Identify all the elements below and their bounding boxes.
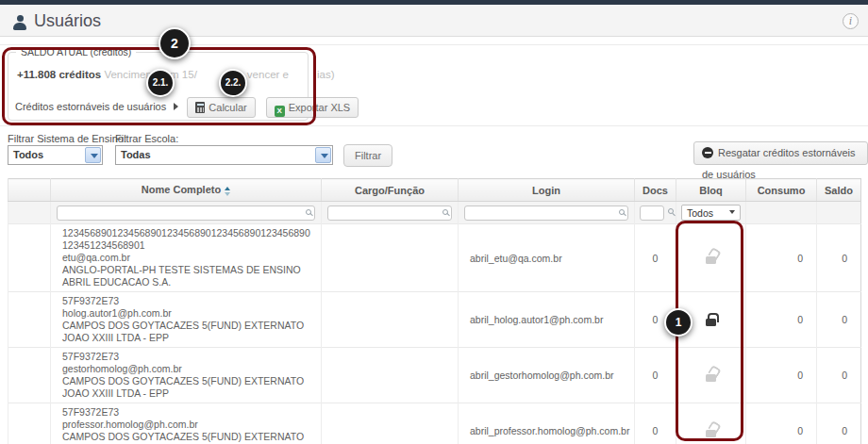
select-cell xyxy=(8,224,51,292)
nome-completo-cell: 1234568901234568901234568901234568901234… xyxy=(51,224,322,292)
table-filter-row: Todos xyxy=(8,202,861,224)
cargo-cell xyxy=(322,224,459,292)
table-row[interactable]: 57F9372E73 professor.homolog@ph.com.br C… xyxy=(8,403,861,444)
saldo-cell: 0 xyxy=(817,292,861,348)
minus-circle-icon xyxy=(702,147,713,158)
saldo-legend: SALDO ATUAL (créditos) xyxy=(16,46,136,58)
bloq-filter-select[interactable]: Todos xyxy=(681,205,741,221)
page-header: Usuários i xyxy=(0,5,868,37)
cargo-cell xyxy=(322,403,459,444)
saldo-cell: 0 xyxy=(817,224,861,292)
escola-select[interactable]: Todas xyxy=(115,145,333,165)
chevron-down-icon xyxy=(315,147,331,163)
sort-icon[interactable] xyxy=(225,187,230,196)
user-email: etu@qa.com.br xyxy=(62,252,315,264)
nome-completo-cell: 57F9372E73 holog.autor1@ph.com.br CAMPOS… xyxy=(51,292,322,348)
user-school: CAMPOS DOS GOYTACAZES 5(FUND) EXTERNATO … xyxy=(62,431,315,444)
search-icon xyxy=(442,209,448,215)
login-cell: abril_holog.autor1@ph.com.br xyxy=(459,292,635,348)
lock-open-icon[interactable] xyxy=(706,430,716,437)
select-cell xyxy=(8,348,51,403)
select-cell xyxy=(8,403,51,444)
consumo-cell: 0 xyxy=(746,292,817,348)
table-row[interactable]: 57F9372E73 holog.autor1@ph.com.br CAMPOS… xyxy=(8,292,861,348)
calcular-button[interactable]: Calcular xyxy=(187,97,255,118)
col-header-login[interactable]: Login xyxy=(459,179,635,202)
user-email: professor.homolog@ph.com.br xyxy=(62,419,315,431)
lock-open-icon[interactable] xyxy=(706,374,716,382)
chevron-down-icon xyxy=(85,147,101,163)
select-column-header xyxy=(8,179,51,202)
user-email: holog.autor1@ph.com.br xyxy=(62,307,315,320)
select-cell xyxy=(8,292,51,348)
chevron-down-icon xyxy=(729,210,735,214)
page-title: Usuários xyxy=(34,11,101,31)
search-icon xyxy=(619,209,625,215)
table-row[interactable]: 1234568901234568901234568901234568901234… xyxy=(8,224,861,292)
col-header-bloq[interactable]: Bloq xyxy=(676,179,746,202)
bloq-cell[interactable] xyxy=(676,224,746,292)
login-filter-input[interactable] xyxy=(464,206,628,221)
col-header-cargo[interactable]: Cargo/Função xyxy=(322,179,459,202)
excel-icon: X xyxy=(275,106,285,117)
calculator-icon xyxy=(195,102,205,113)
consumo-cell: 0 xyxy=(746,224,817,292)
consumo-cell: 0 xyxy=(746,348,817,403)
lock-open-icon[interactable] xyxy=(706,256,716,264)
user-code: 57F9372E73 xyxy=(62,295,315,307)
docs-cell: 0 xyxy=(635,403,676,444)
bloq-cell[interactable] xyxy=(676,403,746,444)
bloq-cell[interactable] xyxy=(676,348,746,403)
callout-badge-2-1: 2.1. xyxy=(146,69,175,97)
nome-completo-cell: 57F9372E73 gestorhomolog@ph.com.br CAMPO… xyxy=(51,348,322,403)
search-icon xyxy=(306,209,311,215)
divider xyxy=(0,44,868,45)
table-row[interactable]: 57F9372E73 gestorhomolog@ph.com.br CAMPO… xyxy=(8,348,861,403)
info-icon[interactable]: i xyxy=(843,13,859,29)
lock-closed-icon[interactable] xyxy=(706,319,716,326)
cargo-cell xyxy=(322,292,459,348)
search-icon xyxy=(668,208,674,214)
docs-filter-input[interactable] xyxy=(640,206,664,221)
user-school: CAMPOS DOS GOYTACAZES 5(FUND) EXTERNATO … xyxy=(62,375,315,400)
user-code: 57F9372E73 xyxy=(62,351,315,363)
users-icon xyxy=(12,15,27,30)
user-school: CAMPOS DOS GOYTACAZES 5(FUND) EXTERNATO … xyxy=(62,320,315,344)
cargo-filter-input[interactable] xyxy=(327,206,452,221)
escola-label: Filtrar Escola: xyxy=(115,133,178,144)
col-header-docs[interactable]: Docs xyxy=(635,179,676,202)
estornaveis-row: Créditos estornáveis de usuários Calcula… xyxy=(15,96,359,117)
col-header-consumo[interactable]: Consumo xyxy=(746,179,817,202)
login-cell: abril_gestorhomolog@ph.com.br xyxy=(459,348,635,403)
callout-badge-1: 1 xyxy=(664,308,693,337)
divider xyxy=(0,125,868,126)
docs-cell: 0 xyxy=(635,224,676,292)
nome-completo-cell: 57F9372E73 professor.homolog@ph.com.br C… xyxy=(51,403,322,444)
col-header-nome[interactable]: Nome Completo xyxy=(51,179,322,202)
callout-badge-2: 2 xyxy=(159,27,191,59)
col-header-saldo[interactable]: Saldo xyxy=(817,179,861,202)
resgatar-creditos-button[interactable]: Resgatar créditos estornáveis de usuário… xyxy=(693,141,868,165)
docs-cell: 0 xyxy=(635,348,676,403)
arrow-right-icon xyxy=(174,103,178,110)
saldo-line: +11.808 créditos Vencimento em 15/5 (a v… xyxy=(17,69,335,80)
table-header-row: Nome Completo Cargo/Função Login Docs Bl… xyxy=(8,179,861,202)
login-cell: abril_professor.homolog@ph.com.br xyxy=(459,403,635,444)
user-code: 57F9372E73 xyxy=(62,406,315,419)
saldo-cell: 0 xyxy=(817,403,861,444)
estornaveis-label: Créditos estornáveis de usuários xyxy=(15,101,166,112)
nome-filter-input[interactable] xyxy=(57,206,315,221)
user-school: ANGLO-PORTAL-PH TESTE SISTEMAS DE ENSINO… xyxy=(62,264,315,288)
user-code: 1234568901234568901234568901234568901234… xyxy=(62,227,315,252)
sistema-ensino-select[interactable]: Todos xyxy=(8,145,103,165)
sistema-ensino-label: Filtrar Sistema de Ensino: xyxy=(8,133,126,144)
cargo-cell xyxy=(322,348,459,403)
consumo-cell: 0 xyxy=(746,403,817,444)
exportar-xls-button[interactable]: XExportar XLS xyxy=(266,97,359,118)
login-cell: abril_etu@qa.com.br xyxy=(459,224,635,292)
callout-badge-2-2: 2.2. xyxy=(219,69,247,97)
credits-value: +11.808 créditos xyxy=(17,69,101,80)
saldo-cell: 0 xyxy=(817,348,861,403)
user-email: gestorhomolog@ph.com.br xyxy=(62,363,315,375)
filtrar-button[interactable]: Filtrar xyxy=(343,144,392,167)
